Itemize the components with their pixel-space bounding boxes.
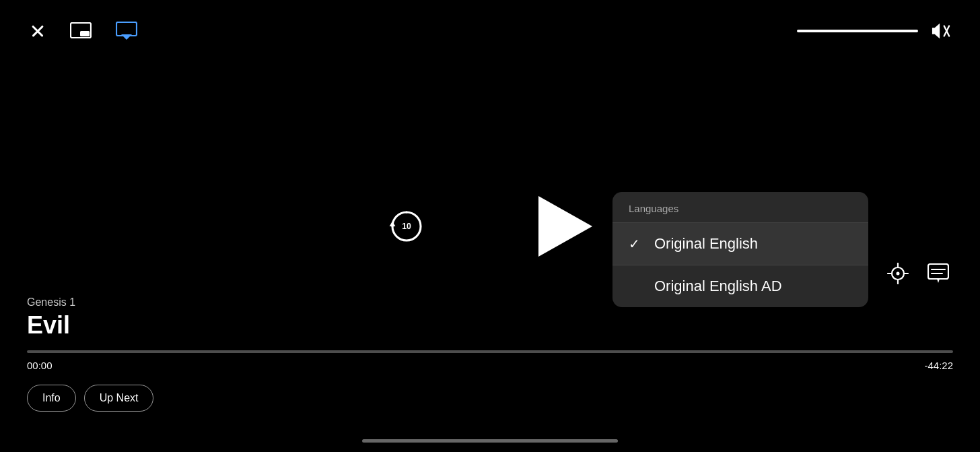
airplay-button[interactable] bbox=[113, 19, 140, 43]
svg-rect-1 bbox=[80, 31, 90, 36]
progress-bar[interactable] bbox=[27, 350, 953, 353]
airplay-icon bbox=[116, 22, 137, 40]
mute-button[interactable] bbox=[929, 19, 953, 43]
remaining-time: -44:22 bbox=[924, 360, 953, 371]
top-bar bbox=[0, 0, 980, 62]
language-dropdown: Languages ✓ Original English Original En… bbox=[612, 192, 868, 307]
svg-text:10: 10 bbox=[402, 222, 411, 231]
play-button[interactable] bbox=[536, 193, 595, 259]
language-option-original-english-ad[interactable]: Original English AD bbox=[612, 265, 868, 307]
up-next-button[interactable]: Up Next bbox=[84, 385, 154, 412]
volume-slider[interactable] bbox=[797, 30, 918, 32]
close-button[interactable] bbox=[27, 20, 48, 42]
play-icon bbox=[538, 196, 592, 257]
scroll-hint bbox=[362, 439, 618, 443]
check-icon: ✓ bbox=[629, 236, 645, 252]
pip-button[interactable] bbox=[67, 20, 94, 42]
svg-marker-8 bbox=[538, 196, 592, 257]
time-row: 00:00 -44:22 bbox=[27, 360, 953, 371]
svg-rect-16 bbox=[928, 264, 948, 279]
subtitles-button[interactable] bbox=[923, 259, 953, 288]
svg-marker-3 bbox=[121, 34, 132, 40]
top-left-controls bbox=[27, 19, 140, 43]
language-option-label: Original English bbox=[654, 235, 758, 253]
svg-point-11 bbox=[897, 272, 900, 276]
dropdown-header: Languages bbox=[612, 192, 868, 223]
info-button[interactable]: Info bbox=[27, 385, 76, 412]
pip-icon bbox=[70, 22, 92, 40]
show-title: Evil bbox=[27, 311, 953, 340]
mute-icon bbox=[932, 22, 950, 40]
subtitles-icon bbox=[928, 263, 949, 284]
audio-track-button[interactable] bbox=[883, 259, 913, 288]
action-buttons: Info Up Next bbox=[27, 385, 953, 412]
language-option-ad-label: Original English AD bbox=[654, 278, 782, 295]
current-time: 00:00 bbox=[27, 360, 53, 371]
language-option-original-english[interactable]: ✓ Original English bbox=[612, 223, 868, 265]
replay-10-icon: 10 bbox=[388, 205, 425, 248]
svg-rect-2 bbox=[116, 22, 137, 36]
center-controls: 10 bbox=[385, 193, 595, 259]
close-icon bbox=[30, 23, 46, 39]
top-right-controls bbox=[797, 19, 953, 43]
replay-10-button[interactable]: 10 bbox=[385, 205, 428, 248]
volume-area bbox=[797, 30, 918, 32]
audio-track-icon bbox=[887, 263, 909, 284]
